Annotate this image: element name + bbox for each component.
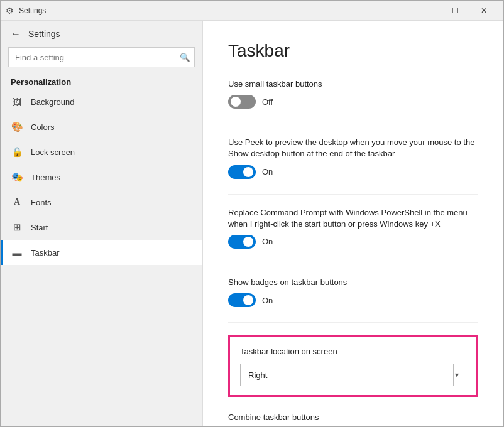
sidebar-item-label-lock-screen: Lock screen [31,148,75,157]
sidebar-item-label-taskbar: Taskbar [31,248,60,257]
settings-window: ⚙ Settings — ☐ ✕ ← Settings 🔍 Personaliz… [0,0,504,427]
taskbar-icon: ▬ [11,246,23,259]
sidebar-item-lock-screen[interactable]: 🔒 Lock screen [1,139,202,165]
peek-toggle-row: On [228,165,478,179]
small-buttons-section: Use small taskbar buttons Off [228,78,478,109]
combine-section: Combine taskbar buttons Always, hide lab… [228,412,478,426]
location-dropdown-container: Bottom Left Right Top ▾ [240,364,466,386]
minimize-button[interactable]: — [412,1,441,21]
badges-toggle[interactable] [228,293,256,307]
badges-section: Show badges on taskbar buttons On [228,277,478,307]
peek-label: Use Peek to preview the desktop when you… [228,137,478,159]
maximize-button[interactable]: ☐ [441,1,469,21]
toggle-knob [243,167,253,177]
page-title: Taskbar [228,41,478,61]
sidebar-item-background[interactable]: 🖼 Background [1,89,202,114]
sidebar-item-label-colors: Colors [31,122,55,132]
sidebar-item-fonts[interactable]: A Fonts [1,190,202,215]
search-container: 🔍 [8,47,195,67]
content-area: ← Settings 🔍 Personalization 🖼 Backgroun… [1,21,503,426]
location-dropdown-arrow-icon: ▾ [455,370,459,379]
divider-1 [228,124,478,124]
small-buttons-label: Use small taskbar buttons [228,78,478,90]
colors-icon: 🎨 [11,121,23,133]
lock-screen-icon: 🔒 [11,146,23,158]
small-buttons-toggle-label: Off [262,97,273,107]
sidebar-item-themes[interactable]: 🎭 Themes [1,165,202,190]
sidebar-item-label-start: Start [31,223,48,232]
back-arrow-icon: ← [11,28,21,40]
background-icon: 🖼 [11,95,23,108]
back-button[interactable]: ← Settings [1,21,202,47]
start-icon: ⊞ [11,221,23,234]
themes-icon: 🎭 [11,171,23,183]
sidebar-item-label-fonts: Fonts [31,198,52,207]
powershell-toggle[interactable] [228,235,256,249]
powershell-toggle-label: On [262,237,273,246]
location-label: Taskbar location on screen [240,346,466,357]
peek-toggle-label: On [262,167,273,176]
sidebar: ← Settings 🔍 Personalization 🖼 Backgroun… [1,21,203,426]
divider-4 [228,322,478,323]
toggle-knob [231,97,241,107]
sidebar-item-label-background: Background [31,97,74,107]
back-label: Settings [28,29,60,39]
window-controls: — ☐ ✕ [412,1,498,21]
peek-toggle[interactable] [228,165,256,179]
location-dropdown[interactable]: Bottom Left Right Top [240,364,454,386]
badges-toggle-row: On [228,293,478,307]
sidebar-item-start[interactable]: ⊞ Start [1,215,202,240]
close-button[interactable]: ✕ [469,1,498,21]
section-title: Personalization [1,72,202,89]
taskbar-location-section: Taskbar location on screen Bottom Left R… [228,335,478,397]
title-bar: ⚙ Settings — ☐ ✕ [1,1,503,21]
small-buttons-toggle[interactable] [228,95,256,109]
sidebar-item-taskbar[interactable]: ▬ Taskbar [1,240,202,265]
peek-section: Use Peek to preview the desktop when you… [228,137,478,178]
fonts-icon: A [11,196,23,208]
divider-3 [228,264,478,264]
powershell-label: Replace Command Prompt with Windows Powe… [228,207,478,230]
powershell-section: Replace Command Prompt with Windows Powe… [228,207,478,249]
sidebar-item-label-themes: Themes [31,173,60,182]
badges-label: Show badges on taskbar buttons [228,277,478,288]
arrow-annotation [1,236,9,274]
divider-2 [228,194,478,195]
window-title: Settings [19,6,412,15]
window-icon: ⚙ [6,6,14,16]
toggle-knob [243,237,253,247]
combine-label: Combine taskbar buttons [228,412,478,423]
sidebar-item-colors[interactable]: 🎨 Colors [1,114,202,139]
main-content: Taskbar Use small taskbar buttons Off Us… [203,21,503,426]
badges-toggle-label: On [262,296,273,305]
powershell-toggle-row: On [228,235,478,249]
toggle-knob [243,295,253,305]
small-buttons-toggle-row: Off [228,95,478,109]
search-button[interactable]: 🔍 [175,47,195,67]
search-input[interactable] [8,47,195,67]
